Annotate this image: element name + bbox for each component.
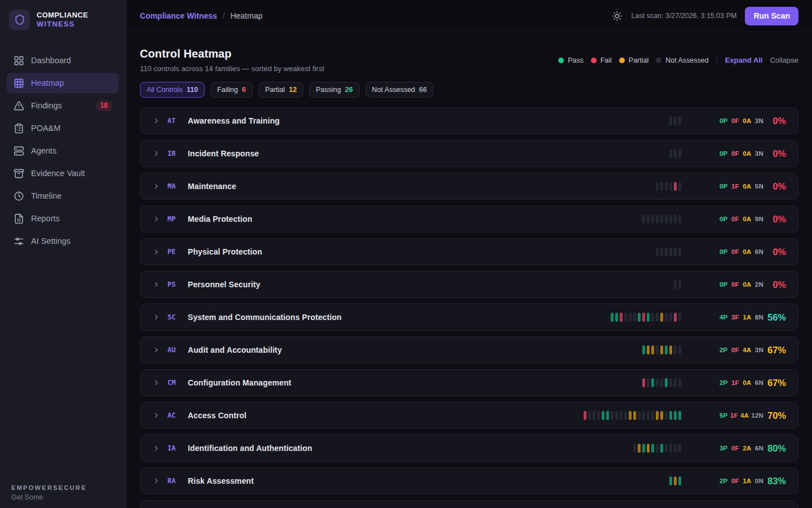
family-score: 67% <box>767 345 786 356</box>
control-cell-not_assessed <box>674 116 677 125</box>
sidebar-item-agents[interactable]: Agents <box>7 141 119 161</box>
control-cell-pass <box>615 313 618 322</box>
breadcrumb-root[interactable]: Compliance Witness <box>140 11 217 20</box>
family-row-ma[interactable]: MAMaintenance0P1F0A5N0% <box>140 173 798 200</box>
clipboard-list-icon <box>14 123 24 134</box>
family-row-right: 2P1F0A6N67% <box>580 378 786 388</box>
sidebar-footer: EMPOWERSECURE Get Some <box>0 475 126 508</box>
filter-pill-partial[interactable]: Partial12 <box>258 82 303 98</box>
control-cell-not_assessed <box>678 345 681 354</box>
family-code: IR <box>167 150 176 157</box>
family-stats: 2P1F0A6N <box>720 379 764 386</box>
stat-pass: 2P <box>720 347 727 353</box>
family-row-au[interactable]: AUAudit and Accountability2P0F4A3N67% <box>140 336 798 364</box>
stat-pass: 2P <box>720 478 727 484</box>
main: Compliance Witness / Heatmap Last scan: … <box>126 0 812 508</box>
control-cells <box>580 247 681 256</box>
control-cell-not_assessed <box>588 411 591 420</box>
sidebar-item-timeline[interactable]: Timeline <box>7 186 119 206</box>
stat-fail: 3F <box>731 314 739 321</box>
chevron-right-icon <box>153 412 160 419</box>
family-stats: 0P1F0A5N <box>720 183 764 190</box>
control-cells <box>580 411 681 420</box>
control-cell-not_assessed <box>633 313 636 322</box>
sidebar-item-reports[interactable]: Reports <box>7 208 119 229</box>
family-row-ra[interactable]: RARisk Assessment2P0F1A0N83% <box>140 467 798 494</box>
sidebar-item-poa-m[interactable]: POA&M <box>7 118 119 138</box>
chevron-right-icon <box>153 150 160 157</box>
family-row-ir[interactable]: IRIncident Response0P0F0A3N0% <box>140 140 798 167</box>
control-cell-not_assessed <box>624 313 627 322</box>
stat-fail: 0F <box>731 281 739 288</box>
control-cell-fail <box>620 313 623 322</box>
family-name: Risk Assessment <box>188 476 254 485</box>
filter-pill-failing[interactable]: Failing6 <box>210 82 253 98</box>
family-code: AU <box>167 346 176 354</box>
family-row-at[interactable]: ATAwareness and Training0P0F0A3N0% <box>140 107 798 134</box>
stat-not-assessed: 5N <box>755 183 764 190</box>
grid-3x3-icon <box>14 78 24 89</box>
sidebar-item-evidence-vault[interactable]: Evidence Vault <box>7 163 119 183</box>
sidebar-item-ai-settings[interactable]: AI Settings <box>7 231 119 251</box>
legend-item-fail: Fail <box>591 56 612 64</box>
family-row-ac[interactable]: ACAccess Control5P1F4A12N70% <box>140 402 798 429</box>
filter-pill-count: 26 <box>345 86 353 94</box>
control-cell-not_assessed <box>660 247 663 256</box>
filter-pill-not-assessed[interactable]: Not Assessed66 <box>365 82 434 98</box>
control-cell-not_assessed <box>674 280 677 289</box>
control-cell-not_assessed <box>647 378 650 387</box>
legend-item-not-assessed: Not Assessed <box>656 56 708 64</box>
family-row-right: 0P0F0A2N0% <box>580 279 786 290</box>
sidebar-item-heatmap[interactable]: Heatmap <box>7 73 119 93</box>
family-row-ca[interactable]: CASecurity Assessment4P0F0A0N100% <box>140 500 798 508</box>
chevron-right-icon <box>153 150 160 157</box>
control-cells <box>580 149 681 158</box>
chevron-right-icon <box>153 216 160 222</box>
family-row-mp[interactable]: MPMedia Protection0P0F0A9N0% <box>140 205 798 233</box>
filter-pill-passing[interactable]: Passing26 <box>309 82 359 98</box>
theme-toggle[interactable] <box>612 11 623 21</box>
stat-pass: 2P <box>720 379 727 386</box>
sidebar-item-dashboard[interactable]: Dashboard <box>7 50 119 71</box>
sidebar-item-findings[interactable]: Findings18 <box>7 95 119 116</box>
stat-pass: 0P <box>720 248 727 255</box>
family-row-right: 3P0F2A6N80% <box>580 443 786 454</box>
filter-pill-label: Failing <box>217 86 238 94</box>
control-cell-not_assessed <box>620 411 623 420</box>
filter-pill-count: 12 <box>289 86 297 94</box>
filter-pill-all-controls[interactable]: All Controls110 <box>140 82 205 98</box>
family-row-right: 2P0F4A3N67% <box>580 345 786 356</box>
family-stats: 3P0F2A6N <box>720 445 764 452</box>
family-row-cm[interactable]: CMConfiguration Management2P1F0A6N67% <box>140 369 798 396</box>
family-row-sc[interactable]: SCSystem and Communications Protection4P… <box>140 304 798 331</box>
run-scan-button[interactable]: Run Scan <box>745 7 798 25</box>
family-name: Physical Protection <box>188 247 262 256</box>
control-cells <box>580 378 681 387</box>
control-cell-not_assessed <box>678 214 681 224</box>
family-row-ia[interactable]: IAIdentification and Authentication3P0F2… <box>140 435 798 462</box>
control-cell-fail <box>642 313 645 322</box>
stat-pass: 0P <box>720 183 727 190</box>
alert-triangle-icon <box>14 100 24 111</box>
control-cell-pass <box>678 411 681 420</box>
control-cells <box>580 116 681 125</box>
family-stats: 0P0F0A2N <box>720 281 764 288</box>
legend-dot <box>656 58 661 63</box>
family-row-ps[interactable]: PSPersonnel Security0P0F0A2N0% <box>140 271 798 298</box>
chevron-right-icon <box>153 248 160 255</box>
family-row-right: 0P0F0A3N0% <box>580 148 786 159</box>
family-row-pe[interactable]: PEPhysical Protection0P0F0A6N0% <box>140 238 798 265</box>
stat-partial: 1A <box>743 314 751 321</box>
control-cell-not_assessed <box>642 411 645 420</box>
control-cell-pass <box>669 476 672 485</box>
control-cell-partial <box>651 345 654 354</box>
breadcrumb-separator: / <box>223 11 225 20</box>
expand-all-link[interactable]: Expand All <box>725 56 763 64</box>
family-score: 0% <box>767 214 786 225</box>
chevron-right-icon <box>153 412 160 419</box>
control-cell-not_assessed <box>660 182 663 191</box>
control-cell-not_assessed <box>674 247 677 256</box>
family-code: RA <box>167 477 176 485</box>
collapse-link[interactable]: Collapse <box>770 56 798 64</box>
stat-partial: 4A <box>740 412 749 419</box>
